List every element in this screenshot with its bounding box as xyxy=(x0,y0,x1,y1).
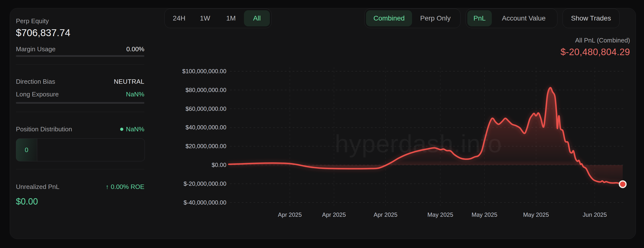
y-tick-label: $80,000,000.00 xyxy=(186,87,226,93)
y-tick-label: $-20,000,000.00 xyxy=(184,180,226,187)
x-tick-label: May 2025 xyxy=(472,211,497,218)
x-tick-label: Apr 2025 xyxy=(278,211,302,218)
chart-gridlines xyxy=(230,67,626,207)
y-tick-label: $60,000,000.00 xyxy=(186,106,226,112)
x-tick-label: Jun 2025 xyxy=(582,211,607,218)
end-marker-dot xyxy=(620,182,626,187)
pnl-line xyxy=(229,88,623,184)
x-tick-label: Apr 2025 xyxy=(374,211,397,218)
y-tick-label: $0.00 xyxy=(212,162,226,168)
dashboard: hyperdash.info Perp Equity $706,837.74 M… xyxy=(0,0,644,248)
x-tick-label: May 2025 xyxy=(428,211,453,218)
y-tick-label: $100,000,000.00 xyxy=(182,68,226,74)
y-tick-label: $20,000,000.00 xyxy=(186,143,226,149)
y-tick-label: $40,000,000.00 xyxy=(186,124,226,130)
x-tick-label: Apr 2025 xyxy=(322,211,346,218)
chart-series xyxy=(229,88,627,188)
pnl-chart[interactable]: $100,000,000.00$80,000,000.00$60,000,000… xyxy=(0,0,644,248)
x-tick-label: May 2025 xyxy=(523,211,549,218)
y-tick-label: $-40,000,000.00 xyxy=(184,199,226,206)
